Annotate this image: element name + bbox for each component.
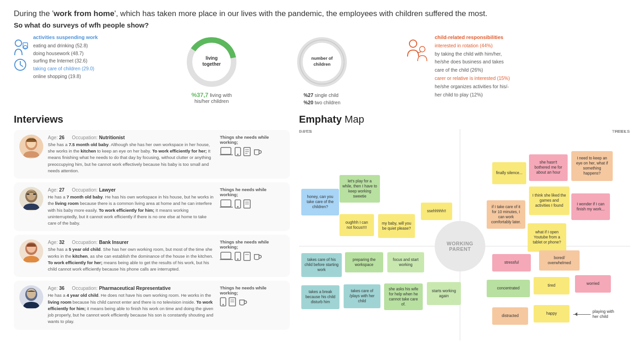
responsibilities-section: child-related responsibilities intereste… (405, 34, 630, 99)
occ-label-3: Occupation: Bank Insurer (72, 239, 128, 245)
subheader-text: So what do surveys of wfh people show? (14, 21, 630, 29)
mug-icon-1 (253, 147, 262, 156)
interview-content-4: Age: 36 Occupation: Pharmaceutical Repre… (48, 285, 215, 325)
things-title-1: Things she needs while working; (220, 135, 284, 145)
sticky-finally: finally silence... (492, 162, 526, 184)
laptop-icon-3 (220, 251, 233, 261)
interview-text-3: She has a 5 year old child. She has her … (48, 246, 215, 272)
empathy-section: Emphaty Map SAYS DOES THINKS FEELS WORKI… (299, 113, 630, 340)
svg-point-2 (23, 45, 27, 49)
sticky-wonder-finish: I wonder if I can finish my work... (571, 193, 610, 220)
things-title-3: Things she needs while working; (220, 239, 284, 249)
svg-rect-30 (27, 193, 29, 195)
svg-point-0 (15, 40, 22, 46)
things-title-2: Things he needs while working; (220, 187, 284, 197)
activities-title: activities suspending work (33, 34, 170, 40)
clock-icon (14, 58, 27, 71)
interview-meta-3: Age: 32 Occupation: Bank Insurer (48, 239, 215, 245)
interview-card-2: Age: 27 Occupation: Lawyer He has a 7 mo… (14, 182, 290, 231)
notebook-icon-3 (243, 252, 251, 261)
svg-line-5 (20, 65, 23, 67)
svg-text:together: together (202, 62, 221, 67)
age-label-3: Age: 32 (48, 239, 64, 245)
svg-point-42 (237, 259, 239, 260)
sticky-my-baby: my baby, will you be quiet please? (378, 214, 415, 238)
sticky-take-care-10: if I take care of it for 10 minutes, I c… (487, 200, 525, 229)
quad-feels: FEELS (615, 129, 630, 134)
activity-item-2: doing housework (48.7) (33, 50, 170, 57)
activities-panel: activities suspending work eating and dr… (14, 34, 170, 80)
sticky-youtube: what if I open Youtube from a tablet or … (528, 223, 566, 252)
sticky-starts-working: starts working again (427, 282, 461, 305)
avatar-4 (19, 285, 43, 309)
sticky-takes-break: takes a break because his child disturb … (301, 285, 339, 309)
header-text: During the 'work from home', which has t… (14, 8, 630, 19)
svg-rect-32 (221, 200, 231, 207)
resp-item-2: by taking the child with him/her,he/she … (435, 50, 510, 75)
living-stat: %37,7 living withhis/her children (191, 91, 232, 104)
children-donut-svg: number of children (294, 34, 350, 90)
activities-list: eating and drinking (52.8) doing housewo… (33, 42, 170, 80)
sticky-bored: bored/ overwhelmed (539, 250, 580, 271)
resp-item-1: interested in rotation (44%) (435, 42, 510, 50)
notebook-icon-1 (243, 147, 251, 156)
activity-item-5: online shopping (19.8) (33, 73, 170, 80)
svg-rect-29 (33, 196, 35, 198)
occ-label-1: Occupation: Nutritionist (72, 135, 125, 140)
sticky-distracted: distracted (492, 307, 528, 325)
interview-card-3: Age: 32 Occupation: Bank Insurer She has… (14, 235, 290, 277)
phone-icon-1 (235, 147, 241, 156)
interviews-title: Interviews (14, 113, 290, 125)
phone-icon-4 (220, 297, 226, 306)
top-stats-section: activities suspending work eating and dr… (14, 34, 630, 105)
interview-things-1: Things she needs while working; (220, 135, 284, 157)
svg-text:number of: number of (311, 56, 333, 61)
avatar-male-2-svg (19, 187, 43, 211)
interview-things-2: Things he needs while working; (220, 187, 284, 209)
things-icons-3 (220, 251, 284, 261)
svg-point-14 (409, 40, 417, 47)
interview-meta-1: Age: 26 Occupation: Nutritionist (48, 135, 215, 140)
sticky-preparing: preparing the workspace (345, 252, 383, 272)
interviews-section: Interviews Age: 26 Occupation: Nutri (14, 113, 290, 334)
avatar-female-3-svg (19, 239, 43, 263)
sticky-concentrated: concentrated (487, 280, 530, 297)
interview-meta-2: Age: 27 Occupation: Lawyer (48, 187, 215, 192)
svg-point-46 (27, 288, 36, 299)
svg-point-34 (237, 206, 239, 208)
svg-point-15 (420, 46, 425, 52)
children-donut: number of children (294, 34, 350, 90)
interview-text-4: He has a 4 year old child. He does not h… (48, 292, 215, 325)
sticky-lets-play: let's play for a while, then I have to k… (339, 175, 380, 203)
avatar-male-4-svg (19, 285, 43, 309)
things-title-4: Things he needs while working; (220, 285, 284, 295)
mug-icon-3 (253, 252, 262, 261)
children-count-section: number of children %27 single child %20 … (276, 34, 368, 105)
phone-icon-2 (235, 199, 241, 209)
svg-point-21 (237, 153, 239, 155)
sticky-think-liked: I think she liked the games and activiti… (529, 187, 569, 215)
activities-icons (14, 39, 29, 71)
sticky-ssehhh: ssehhhhh!! (421, 203, 452, 220)
children-stats: %27 single child %20 two children (304, 92, 340, 105)
sticky-stressful: stressful (492, 254, 531, 272)
svg-rect-28 (28, 196, 29, 198)
bold-wfh: work from home (53, 9, 114, 18)
resp-title: child-related responsibilities (435, 34, 510, 40)
bottom-section: Interviews Age: 26 Occupation: Nutri (14, 113, 630, 340)
interview-content-2: Age: 27 Occupation: Lawyer He has a 7 mo… (48, 187, 215, 226)
occ-label-2: Occupation: Lawyer (72, 187, 115, 192)
svg-rect-43 (244, 252, 250, 260)
svg-text:living: living (206, 56, 218, 61)
empathy-title: Emphaty Map (299, 113, 630, 125)
svg-point-48 (223, 304, 224, 305)
notebook-icon-2 (243, 199, 251, 209)
interview-content-3: Age: 32 Occupation: Bank Insurer She has… (48, 239, 215, 272)
age-label-4: Age: 36 (48, 285, 64, 291)
sticky-hasnt-bothered: she hasn't bothered me for about an hour (529, 154, 568, 181)
things-icons-4 (220, 297, 284, 306)
sticky-worried: worried (575, 275, 611, 293)
arrow-playing-with: playing withher child (573, 309, 614, 320)
person-icon (14, 39, 29, 57)
sticky-tired: tired (534, 277, 569, 294)
